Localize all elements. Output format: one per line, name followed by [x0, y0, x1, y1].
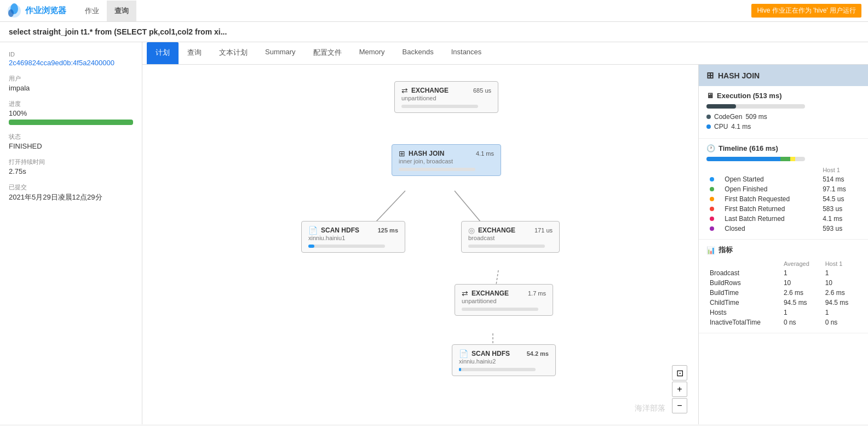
- exchange-top-icon: ⇄: [401, 86, 408, 95]
- node-exchange-top[interactable]: ⇄ EXCHANGE 685 us unpartitioned: [394, 81, 498, 113]
- zoom-out-button[interactable]: −: [672, 398, 687, 413]
- cpu-label: CPU: [714, 123, 728, 130]
- scan2-bar-fill: [459, 368, 461, 371]
- codegen-value: 509 ms: [745, 113, 767, 121]
- metrics-row-3: ChildTime 94.5 ms 94.5 ms: [706, 298, 860, 308]
- field-status: 状态 FINISHED: [9, 133, 133, 150]
- tab-memory[interactable]: Memory: [350, 42, 394, 64]
- exchange-mid-time: 171 us: [534, 227, 553, 234]
- nav-jobs[interactable]: 作业: [77, 1, 107, 21]
- exec-bar-fill: [706, 104, 736, 109]
- tab-profile[interactable]: 配置文件: [304, 42, 350, 64]
- timeline-row-0: Open Started 514 ms: [706, 174, 860, 184]
- dag-canvas[interactable]: ⇄ EXCHANGE 685 us unpartitioned ⊞: [142, 65, 698, 424]
- main-layout: ID 2c469824cca9ed0b:4f5a2400000 用户 impal…: [0, 42, 868, 424]
- hash-join-title: HASH JOIN: [409, 150, 444, 157]
- tabs: 计划 查询 文本计划 Summary 配置文件 Memory Backends …: [142, 42, 868, 65]
- field-id: ID 2c469824cca9ed0b:4f5a2400000: [9, 51, 133, 67]
- metrics-col-host1: Host 1: [822, 259, 860, 268]
- scan2-icon: 📄: [459, 349, 468, 358]
- closed-label: Closed: [721, 224, 819, 234]
- nav-queries[interactable]: 查询: [107, 1, 136, 21]
- first-batch-ret-label: First Batch Returned: [721, 204, 819, 214]
- open-finished-value: 97.1 ms: [819, 184, 860, 194]
- tab-instances[interactable]: Instances: [442, 42, 491, 64]
- svg-point-2: [8, 9, 14, 17]
- exchange-bottom-time: 1.7 ms: [528, 290, 546, 297]
- metric-cpu: CPU 4.1 ms: [706, 123, 860, 130]
- scan1-sub: xinniu.hainiu1: [308, 235, 398, 241]
- cpu-icon: 🖥: [706, 92, 714, 100]
- open-started-label: Open Started: [721, 174, 819, 184]
- exchange-bottom-title: EXCHANGE: [472, 289, 509, 297]
- query-title: select straight_join t1.* from (SELECT p…: [9, 27, 227, 36]
- exchange-mid-icon: ◎: [468, 226, 475, 235]
- id-value[interactable]: 2c469824cca9ed0b:4f5a2400000: [9, 59, 133, 67]
- content-area: 计划 查询 文本计划 Summary 配置文件 Memory Backends …: [142, 42, 868, 424]
- status-value: FINISHED: [9, 142, 133, 150]
- metrics-row-0: Broadcast 1 1: [706, 268, 860, 278]
- childtime-avg: 94.5 ms: [780, 298, 822, 308]
- timeline-row-1: Open Finished 97.1 ms: [706, 184, 860, 194]
- submitted-label: 已提交: [9, 183, 133, 191]
- timeline-row-4: Last Batch Returned 4.1 ms: [706, 214, 860, 224]
- exchange-top-title: EXCHANGE: [411, 87, 449, 94]
- childtime-host1: 94.5 ms: [822, 298, 860, 308]
- metrics-section-title: 📊 指标: [706, 245, 860, 255]
- buildtime-label: BuildTime: [706, 288, 780, 298]
- tab-plan[interactable]: 计划: [147, 42, 179, 64]
- last-batch-ret-value: 4.1 ms: [819, 214, 860, 224]
- header: 作业浏览器 作业 查询 Hive 作业正在作为 'hive' 用户运行: [0, 0, 868, 22]
- query-title-bar: select straight_join t1.* from (SELECT p…: [0, 22, 868, 42]
- hash-join-sub: inner join, broadcast: [399, 158, 494, 164]
- field-submitted: 已提交 2021年5月29日凌晨12点29分: [9, 183, 133, 202]
- plan-area: ⇄ EXCHANGE 685 us unpartitioned ⊞: [142, 65, 868, 424]
- tl-seg-1: [780, 157, 790, 161]
- open-finished-dot: [710, 187, 714, 191]
- open-started-value: 514 ms: [819, 174, 860, 184]
- tab-query[interactable]: 查询: [179, 42, 210, 64]
- duration-value: 2.75s: [9, 167, 133, 175]
- exchange-bottom-bar-bg: [462, 308, 538, 311]
- cpu-dot: [706, 124, 711, 129]
- exchange-mid-bar-bg: [468, 245, 545, 248]
- metrics-row-4: Hosts 1 1: [706, 308, 860, 317]
- node-hash-join[interactable]: ⊞ HASH JOIN 4.1 ms inner join, broadcast: [392, 144, 501, 176]
- broadcast-label: Broadcast: [706, 268, 780, 278]
- inactive-avg: 0 ns: [780, 317, 822, 327]
- codegen-dot: [706, 115, 711, 119]
- scan2-bar-bg: [459, 368, 536, 371]
- exec-bar-bg: [706, 104, 805, 109]
- user-value: impala: [9, 84, 133, 92]
- buildtime-host1: 2.6 ms: [822, 288, 860, 298]
- node-scan-hdfs-1[interactable]: 📄 SCAN HDFS 125 ms xinniu.hainiu1: [301, 221, 405, 253]
- field-duration: 打开持续时间 2.75s: [9, 158, 133, 175]
- node-exchange-mid[interactable]: ◎ EXCHANGE 171 us broadcast: [461, 221, 560, 253]
- metrics-section: 📊 指标 Averaged Host 1 Broadcast 1 1: [699, 240, 868, 333]
- node-scan-hdfs-2[interactable]: 📄 SCAN HDFS 54.2 ms xinniu.hainiu2: [452, 344, 556, 376]
- timeline-section: 🕐 Timeline (616 ms) Host 1: [699, 139, 868, 240]
- app-logo: 作业浏览器: [7, 3, 66, 19]
- progress-value: 100%: [9, 109, 133, 117]
- hosts-host1: 1: [822, 308, 860, 317]
- exchange-top-bar-bg: [401, 105, 478, 108]
- progress-bar-fill: [9, 120, 133, 125]
- node-exchange-bottom[interactable]: ⇄ EXCHANGE 1.7 ms unpartitioned: [455, 284, 553, 316]
- hosts-avg: 1: [780, 308, 822, 317]
- timeline-row-5: Closed 593 us: [706, 224, 860, 234]
- user-label: 用户: [9, 75, 133, 83]
- exchange-mid-sub: broadcast: [468, 235, 553, 241]
- metrics-table: Averaged Host 1 Broadcast 1 1 BuildRows …: [706, 259, 860, 327]
- first-batch-req-value: 54.5 us: [819, 194, 860, 204]
- zoom-in-button[interactable]: +: [672, 382, 687, 397]
- exchange-bottom-sub: unpartitioned: [462, 298, 546, 304]
- zoom-fit-button[interactable]: ⊡: [672, 365, 687, 380]
- tab-summary[interactable]: Summary: [256, 42, 304, 64]
- timeline-bar-bg: [706, 157, 805, 161]
- tab-text-plan[interactable]: 文本计划: [210, 42, 256, 64]
- scan2-time: 54.2 ms: [527, 350, 549, 357]
- closed-value: 593 us: [819, 224, 860, 234]
- detail-header-icon: ⊞: [706, 70, 714, 81]
- tab-backends[interactable]: Backends: [394, 42, 442, 64]
- timeline-table: Host 1 Open Started 514 ms Open Finished…: [706, 166, 860, 234]
